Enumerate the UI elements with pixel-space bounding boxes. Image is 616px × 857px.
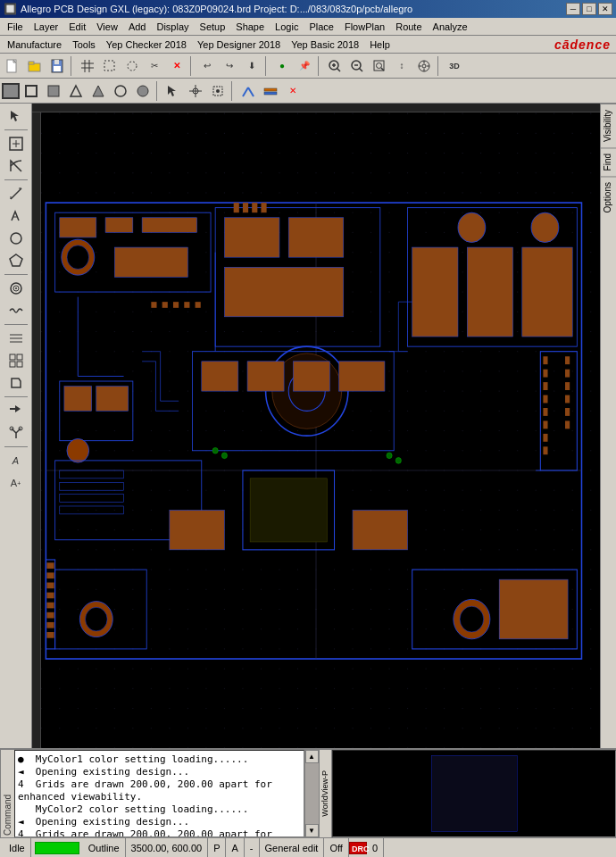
tb2-cursor[interactable] — [162, 81, 184, 101]
lt-text2[interactable]: A+ — [4, 472, 29, 494]
lt-measure[interactable] — [4, 183, 29, 204]
tb2-route[interactable] — [237, 81, 259, 101]
menu-view[interactable]: View — [91, 21, 123, 33]
close-button[interactable]: ✕ — [598, 3, 612, 15]
lt-angle[interactable] — [4, 155, 29, 177]
menu-logic[interactable]: Logic — [270, 21, 304, 33]
svg-point-24 — [422, 64, 426, 68]
worldview-canvas[interactable] — [332, 750, 617, 837]
menu-tools[interactable]: Tools — [67, 38, 101, 51]
menu-setup[interactable]: Setup — [195, 21, 231, 33]
lt-snap[interactable] — [4, 133, 29, 154]
lt-text[interactable]: A — [4, 450, 29, 471]
tb2-snap[interactable] — [207, 81, 229, 101]
tb-open[interactable] — [24, 56, 46, 76]
status-green-indicator — [35, 842, 79, 854]
tb-zoom-fit[interactable] — [369, 56, 390, 76]
menu-place[interactable]: Place — [304, 21, 339, 33]
tb-new[interactable] — [2, 56, 23, 76]
tb-grid[interactable] — [77, 56, 98, 76]
lt-shape[interactable] — [4, 372, 29, 394]
menu-yep-designer[interactable]: Yep Designer 2018 — [192, 38, 286, 51]
menu-flowplan[interactable]: FlowPlan — [339, 21, 390, 33]
svg-rect-126 — [247, 362, 284, 391]
svg-rect-6 — [54, 60, 59, 64]
lt-scissors[interactable] — [4, 422, 29, 444]
svg-rect-104 — [543, 434, 547, 442]
console-line-6: 4 Grids are drawn 200.00, 200.00 apart f… — [18, 828, 301, 837]
menu-layer[interactable]: Layer — [29, 21, 64, 33]
lt-grid[interactable] — [4, 350, 29, 371]
tb-pin[interactable]: 📌 — [294, 56, 315, 76]
tb-zoom-in[interactable] — [324, 56, 345, 76]
tb2-b4[interactable] — [87, 81, 109, 101]
menu-edit[interactable]: Edit — [63, 21, 91, 33]
menu-yep-basic[interactable]: Yep Basic 2018 — [286, 38, 364, 51]
tb-zoom-all[interactable] — [413, 56, 435, 76]
scroll-up[interactable]: ▲ — [305, 750, 319, 763]
tb2-b6[interactable] — [132, 81, 154, 101]
tb2-b5[interactable] — [110, 81, 131, 101]
pcb-canvas[interactable] — [32, 104, 600, 748]
menu-display[interactable]: Display — [151, 21, 194, 33]
tb2-b3[interactable] — [65, 81, 87, 101]
svg-rect-95 — [467, 247, 512, 337]
title-bar-controls[interactable]: ─ □ ✕ — [566, 3, 612, 15]
status-drc-indicator: DRC — [349, 842, 367, 854]
tb2-outline[interactable] — [2, 83, 20, 99]
lt-polygon[interactable] — [4, 250, 29, 271]
tb-select2[interactable] — [121, 56, 143, 76]
maximize-button[interactable]: □ — [582, 3, 596, 15]
status-outline: Outline — [83, 838, 126, 857]
lt-wave[interactable] — [4, 300, 29, 321]
svg-marker-54 — [10, 254, 22, 266]
lt-lines[interactable] — [4, 328, 29, 349]
menu-route[interactable]: Route — [390, 21, 427, 33]
menu-file[interactable]: File — [2, 21, 29, 33]
tab-options[interactable]: Options — [601, 176, 616, 218]
svg-rect-110 — [565, 408, 570, 416]
tb2-b2[interactable] — [43, 81, 64, 101]
svg-point-147 — [212, 447, 218, 453]
status-a: A — [226, 838, 244, 857]
lt-select[interactable] — [4, 105, 29, 127]
tb-zoom-out[interactable] — [346, 56, 368, 76]
tb-down[interactable]: ⬇ — [241, 56, 262, 76]
lt-circle[interactable] — [4, 228, 29, 249]
svg-marker-45 — [11, 111, 19, 121]
tb-cut[interactable]: ✂ — [144, 56, 165, 76]
console-line-1: ● MyColor1 color setting loading...... — [18, 753, 301, 766]
menu-add[interactable]: Add — [123, 21, 152, 33]
tb-save[interactable] — [46, 56, 68, 76]
menu-shape[interactable]: Shape — [230, 21, 270, 33]
svg-rect-154 — [46, 583, 54, 589]
menu-yep-checker[interactable]: Yep Checker 2018 — [101, 38, 192, 51]
console-scrollbar[interactable]: ▲ ▼ — [304, 750, 319, 837]
menu-analyze[interactable]: Analyze — [428, 21, 473, 33]
status-coords: 3500.00, 600.00 — [126, 838, 209, 857]
tb-delete[interactable]: ✕ — [166, 56, 187, 76]
main-area: A A+ — [0, 104, 616, 748]
tb2-x[interactable]: ✕ — [282, 81, 304, 101]
lt-draw[interactable] — [4, 205, 29, 227]
tb-3d[interactable]: 3D — [444, 56, 465, 76]
tb-undo[interactable]: ↩ — [196, 56, 218, 76]
scroll-down[interactable]: ▼ — [305, 824, 319, 837]
tb-dot[interactable]: ● — [271, 56, 293, 76]
tb-select[interactable] — [99, 56, 121, 76]
tb-zoom-h[interactable]: ↕ — [391, 56, 412, 76]
tb-redo[interactable]: ↪ — [219, 56, 240, 76]
scroll-track[interactable] — [305, 763, 319, 824]
tab-visibility[interactable]: Visibility — [601, 104, 616, 147]
lt-via[interactable] — [4, 278, 29, 299]
tb2-b1[interactable] — [21, 81, 42, 101]
lt-swap[interactable] — [4, 400, 29, 421]
tb2-layer[interactable] — [260, 81, 281, 101]
minimize-button[interactable]: ─ — [566, 3, 580, 15]
menu-help[interactable]: Help — [364, 38, 395, 51]
menu-manufacture[interactable]: Manufacture — [2, 38, 67, 51]
tb2-cross[interactable] — [185, 81, 206, 101]
tab-find[interactable]: Find — [601, 147, 616, 176]
svg-line-67 — [16, 428, 21, 433]
lt-sep4 — [4, 324, 28, 325]
